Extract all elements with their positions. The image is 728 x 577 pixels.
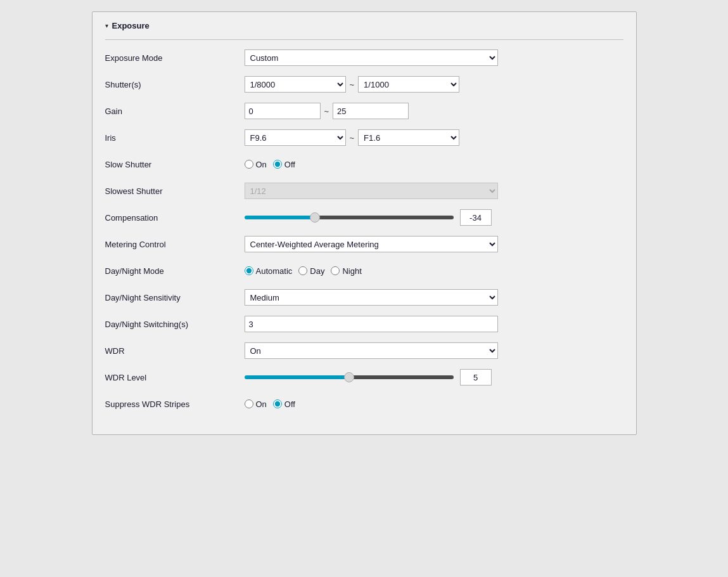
gain-label: Gain: [105, 107, 245, 116]
wdr-select[interactable]: On Off: [245, 342, 498, 359]
day-night-switching-label: Day/Night Switching(s): [105, 320, 245, 329]
slow-shutter-row: Slow Shutter On Off: [105, 155, 623, 173]
suppress-wdr-on-option[interactable]: On: [245, 399, 267, 409]
suppress-wdr-off-option[interactable]: Off: [273, 399, 295, 409]
shutter-row: Shutter(s) 1/8000 1/4000 1/2000 1/1000 ~…: [105, 75, 623, 93]
slow-shutter-label: Slow Shutter: [105, 160, 245, 169]
exposure-mode-label: Exposure Mode: [105, 53, 245, 63]
slow-shutter-on-option[interactable]: On: [245, 160, 267, 169]
iris-tilde: ~: [350, 133, 355, 143]
metering-control-row: Metering Control Center-Weighted Average…: [105, 235, 623, 253]
slowest-shutter-control: 1/12 1/8 1/6 1/4: [245, 183, 623, 199]
exposure-mode-control: Custom Auto Manual: [245, 49, 623, 66]
day-night-mode-control: Automatic Day Night: [245, 266, 623, 276]
exposure-panel: ▾ Exposure Exposure Mode Custom Auto Man…: [92, 11, 637, 435]
collapse-icon[interactable]: ▾: [105, 22, 108, 29]
metering-control-control: Center-Weighted Average Metering Spot Me…: [245, 236, 623, 252]
wdr-level-value-input[interactable]: [460, 369, 492, 386]
suppress-wdr-on-label: On: [256, 399, 267, 409]
suppress-wdr-on-radio[interactable]: [245, 399, 253, 408]
suppress-wdr-off-radio[interactable]: [273, 399, 282, 408]
wdr-level-control: [245, 369, 623, 386]
compensation-row: Compensation: [105, 209, 623, 226]
day-night-sensitivity-row: Day/Night Sensitivity Low Medium High: [105, 288, 623, 306]
compensation-label: Compensation: [105, 213, 245, 223]
day-night-day-radio[interactable]: [298, 266, 307, 275]
slow-shutter-off-label: Off: [284, 160, 295, 169]
day-night-switching-input[interactable]: [245, 316, 498, 332]
suppress-wdr-off-label: Off: [284, 399, 295, 409]
iris-max-select[interactable]: F1.6 F2.0 F2.8 F4.0: [358, 129, 459, 146]
suppress-wdr-stripes-row: Suppress WDR Stripes On Off: [105, 395, 623, 413]
gain-tilde: ~: [324, 107, 329, 116]
day-night-automatic-radio[interactable]: [245, 266, 253, 275]
suppress-wdr-stripes-label: Suppress WDR Stripes: [105, 399, 245, 409]
day-night-sensitivity-label: Day/Night Sensitivity: [105, 293, 245, 302]
metering-control-label: Metering Control: [105, 240, 245, 249]
day-night-mode-row: Day/Night Mode Automatic Day Night: [105, 262, 623, 280]
day-night-night-radio[interactable]: [331, 266, 340, 275]
shutter-label: Shutter(s): [105, 80, 245, 89]
day-night-day-option[interactable]: Day: [298, 266, 324, 276]
wdr-level-slider[interactable]: [245, 375, 454, 379]
slow-shutter-off-radio[interactable]: [273, 160, 282, 169]
wdr-label: WDR: [105, 346, 245, 356]
slowest-shutter-row: Slowest Shutter 1/12 1/8 1/6 1/4: [105, 182, 623, 200]
compensation-control: [245, 209, 623, 226]
day-night-night-label: Night: [342, 266, 361, 276]
shutter-max-select[interactable]: 1/1000 1/500 1/250 1/100: [358, 76, 459, 93]
exposure-mode-select[interactable]: Custom Auto Manual: [245, 49, 498, 66]
slow-shutter-on-radio[interactable]: [245, 160, 253, 169]
day-night-mode-label: Day/Night Mode: [105, 266, 245, 276]
metering-control-select[interactable]: Center-Weighted Average Metering Spot Me…: [245, 236, 498, 252]
day-night-automatic-option[interactable]: Automatic: [245, 266, 293, 276]
iris-control: F9.6 F8.0 F5.6 F4.0 ~ F1.6 F2.0 F2.8 F4.…: [245, 129, 623, 146]
day-night-automatic-label: Automatic: [256, 266, 293, 276]
shutter-min-select[interactable]: 1/8000 1/4000 1/2000 1/1000: [245, 76, 346, 93]
exposure-mode-row: Exposure Mode Custom Auto Manual: [105, 49, 623, 67]
iris-row: Iris F9.6 F8.0 F5.6 F4.0 ~ F1.6 F2.0 F2.…: [105, 129, 623, 146]
slow-shutter-control: On Off: [245, 160, 623, 169]
wdr-control: On Off: [245, 342, 623, 359]
slowest-shutter-select[interactable]: 1/12 1/8 1/6 1/4: [245, 183, 498, 199]
day-night-switching-control: [245, 316, 623, 332]
wdr-level-label: WDR Level: [105, 373, 245, 382]
day-night-night-option[interactable]: Night: [331, 266, 361, 276]
day-night-switching-row: Day/Night Switching(s): [105, 315, 623, 333]
iris-label: Iris: [105, 133, 245, 143]
gain-min-input[interactable]: [245, 103, 321, 119]
slow-shutter-on-label: On: [256, 160, 267, 169]
compensation-slider[interactable]: [245, 216, 454, 219]
wdr-level-row: WDR Level: [105, 368, 623, 386]
day-night-day-label: Day: [310, 266, 324, 276]
panel-header: ▾ Exposure: [105, 21, 623, 30]
gain-row: Gain ~: [105, 102, 623, 120]
compensation-value-input[interactable]: [460, 209, 492, 226]
panel-title: Exposure: [112, 21, 150, 30]
day-night-sensitivity-control: Low Medium High: [245, 289, 623, 306]
gain-max-input[interactable]: [333, 103, 409, 119]
wdr-row: WDR On Off: [105, 342, 623, 360]
slowest-shutter-label: Slowest Shutter: [105, 186, 245, 196]
suppress-wdr-stripes-control: On Off: [245, 399, 623, 409]
slow-shutter-off-option[interactable]: Off: [273, 160, 295, 169]
shutter-tilde: ~: [350, 80, 355, 89]
day-night-sensitivity-select[interactable]: Low Medium High: [245, 289, 498, 306]
iris-min-select[interactable]: F9.6 F8.0 F5.6 F4.0: [245, 129, 346, 146]
gain-control: ~: [245, 103, 623, 119]
shutter-control: 1/8000 1/4000 1/2000 1/1000 ~ 1/1000 1/5…: [245, 76, 623, 93]
